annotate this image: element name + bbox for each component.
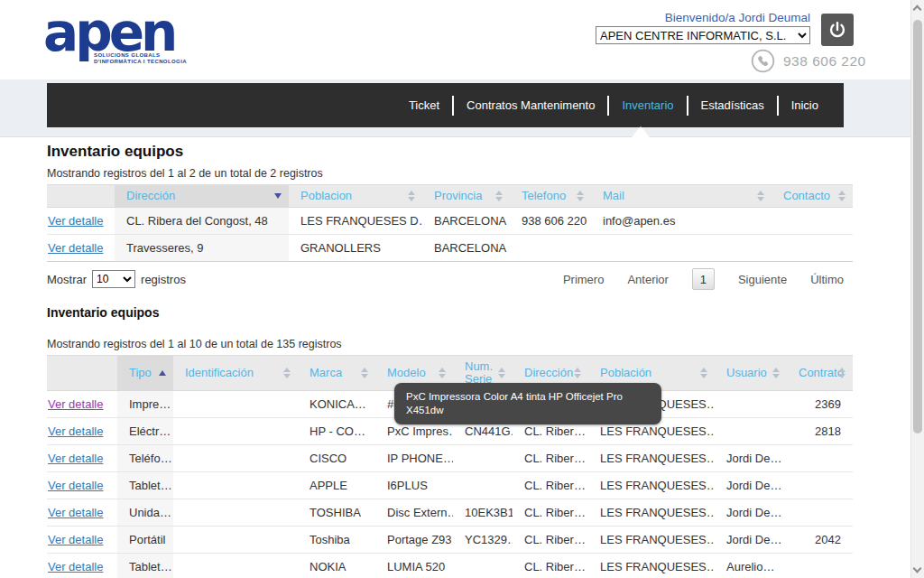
ver-detalle-link[interactable]: Ver detalle (48, 533, 103, 546)
column-label: Dirección (126, 189, 175, 202)
sort-both-icon (408, 191, 415, 201)
cell-actions: Ver detalle (47, 472, 117, 499)
cell-identificacion (173, 445, 298, 472)
column-header-marca[interactable]: Marca (298, 356, 375, 391)
phone-icon (751, 49, 775, 73)
cell-usuario (715, 418, 787, 445)
table-row: Ver detallePortátil ToshibaPortage Z93…Y… (47, 527, 853, 554)
sort-both-icon (498, 368, 505, 378)
nav-separator (607, 96, 609, 116)
ver-detalle-link[interactable]: Ver detalle (48, 452, 103, 465)
column-header-identificacion[interactable]: Identificación (173, 356, 298, 391)
pagination-last-button[interactable]: Último (810, 273, 844, 286)
table-row: Ver detalleCL. Ribera del Congost, 48LES… (47, 208, 853, 235)
apen-logo: apen SOLUCIONS GLOBALS D'INFORMÀTICA I T… (43, 0, 242, 78)
nav-separator (777, 96, 779, 116)
cell-usuario: Jordi De… (715, 445, 787, 472)
pagination-previous-button[interactable]: Anterior (627, 273, 669, 286)
table-row: Ver detalleTablet… APPLEI6PLUS CL. Riber… (47, 472, 853, 499)
column-header-contrato[interactable]: Contrato (787, 356, 853, 391)
ver-detalle-link[interactable]: Ver detalle (48, 479, 103, 492)
column-label: Mail (603, 189, 624, 202)
column-header-actions (47, 185, 115, 208)
logo-tagline: SOLUCIONS GLOBALS D'INFORMÀTICA I TECNOL… (94, 52, 202, 65)
cell-poblacion: LES FRANQUESES… (588, 472, 715, 499)
scroll-up-arrow-icon[interactable] (913, 5, 922, 14)
vertical-scrollbar[interactable] (910, 0, 924, 578)
column-header-contacto[interactable]: Contacto (772, 185, 853, 208)
scroll-down-arrow-icon[interactable] (913, 564, 922, 573)
column-header-usuario[interactable]: Usuario (715, 356, 787, 391)
column-header-tipo[interactable]: Tipo (117, 356, 173, 391)
ver-detalle-link[interactable]: Ver detalle (48, 506, 103, 519)
nav-item-contratos-mantenimento[interactable]: Contratos Mantenimento (467, 98, 595, 112)
sort-both-icon (838, 191, 845, 201)
cell-mail (591, 235, 772, 262)
cell-usuario: Jordi De… (715, 499, 787, 527)
cell-actions: Ver detalle (47, 418, 117, 445)
company-select[interactable]: APEN CENTRE INFORMATIC, S.L. (596, 26, 810, 44)
column-header-telefono[interactable]: Telefono (510, 185, 591, 208)
cell-contrato: 2818 (787, 418, 853, 445)
logout-power-button[interactable] (821, 14, 854, 46)
ver-detalle-link[interactable]: Ver detalle (48, 241, 103, 255)
cell-contrato (787, 472, 853, 499)
cell-num-serie (453, 445, 513, 472)
page-length-select[interactable]: 10 (92, 270, 135, 288)
column-label: Usuario (726, 366, 767, 379)
sort-both-icon (757, 191, 764, 201)
column-header-mail[interactable]: Mail (591, 185, 772, 208)
ver-detalle-link[interactable]: Ver detalle (48, 214, 103, 228)
nav-separator (687, 96, 688, 116)
scrollbar-thumb[interactable] (913, 20, 922, 434)
cell-contrato (787, 445, 853, 472)
column-header-poblacion[interactable]: Poblacion (289, 185, 422, 208)
nav-item-estadisticas[interactable]: Estadísticas (701, 98, 764, 112)
top-header: apen SOLUCIONS GLOBALS D'INFORMÀTICA I T… (0, 0, 924, 79)
equipment-tooltip: PxC Impressora Color A4 tinta HP Officej… (394, 383, 661, 424)
cell-provincia: BARCELONA (422, 208, 510, 235)
pagination-first-button[interactable]: Primero (563, 273, 605, 286)
cell-num-serie (453, 472, 513, 499)
locations-section-title: Inventario equipos (47, 143, 853, 161)
cell-modelo: Disc Extern… (375, 499, 453, 527)
column-label: Dirección (524, 366, 573, 379)
cell-marca: HP - CO… (298, 418, 375, 445)
nav-band: TicketContratos MantenimentoInventarioEs… (0, 79, 924, 137)
column-label: Provincia (434, 189, 482, 202)
cell-usuario: Aurelio… (715, 554, 787, 578)
logo-tagline-line2: D'INFORMÀTICA I TECNOLOGIA (94, 59, 202, 65)
cell-contacto (772, 235, 853, 262)
ver-detalle-link[interactable]: Ver detalle (48, 424, 103, 438)
sort-both-icon (361, 368, 368, 378)
cell-num-serie: YC1329… (453, 527, 513, 554)
cell-provincia: BARCELONA (422, 235, 510, 262)
table-row: Ver detalleTeléfo… CISCOIP PHONE… CL. Ri… (47, 445, 853, 472)
ver-detalle-link[interactable]: Ver detalle (48, 560, 103, 573)
pagination: Primero Anterior 1 Siguiente Último (563, 268, 853, 290)
cell-tipo: Unida… (117, 499, 173, 527)
nav-item-inventario[interactable]: Inventario (622, 98, 673, 112)
cell-marca: Toshiba (298, 527, 375, 554)
column-header-provincia[interactable]: Provincia (422, 185, 510, 208)
sort-both-icon (577, 191, 584, 201)
cell-marca: KONICA… (298, 391, 375, 418)
pagination-next-button[interactable]: Siguiente (738, 273, 787, 286)
cell-contacto (772, 208, 853, 235)
column-header-direccion[interactable]: Dirección (115, 185, 289, 208)
locations-records-info: Mostrando registros del 1 al 2 de un tot… (47, 167, 853, 180)
locations-table: DirecciónPoblacionProvinciaTelefonoMailC… (47, 184, 853, 262)
column-label: Identificación (185, 366, 254, 379)
pagination-current-page[interactable]: 1 (692, 268, 715, 290)
cell-identificacion (173, 391, 298, 418)
cell-tipo: Impre… (117, 391, 173, 418)
cell-contrato (787, 554, 853, 578)
cell-actions: Ver detalle (47, 527, 117, 554)
sort-both-icon (574, 368, 581, 378)
column-header-actions (47, 356, 117, 391)
ver-detalle-link[interactable]: Ver detalle (48, 397, 103, 411)
sort-asc-icon (159, 370, 166, 376)
sort-desc-icon (274, 193, 282, 199)
nav-item-ticket[interactable]: Ticket (409, 98, 439, 112)
nav-item-inicio[interactable]: Inicio (791, 98, 818, 112)
